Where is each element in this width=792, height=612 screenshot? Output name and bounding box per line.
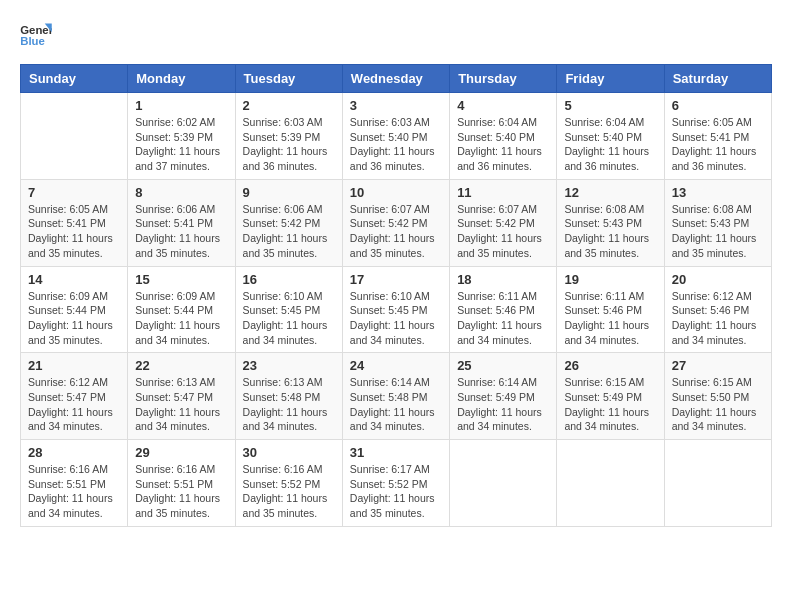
day-info: Sunrise: 6:04 AMSunset: 5:40 PMDaylight:… (564, 115, 656, 174)
day-number: 31 (350, 445, 442, 460)
calendar-header-row: SundayMondayTuesdayWednesdayThursdayFrid… (21, 65, 772, 93)
day-number: 7 (28, 185, 120, 200)
calendar-header-thursday: Thursday (450, 65, 557, 93)
calendar-cell: 31Sunrise: 6:17 AMSunset: 5:52 PMDayligh… (342, 440, 449, 527)
calendar-cell: 11Sunrise: 6:07 AMSunset: 5:42 PMDayligh… (450, 179, 557, 266)
calendar-cell: 1Sunrise: 6:02 AMSunset: 5:39 PMDaylight… (128, 93, 235, 180)
day-info: Sunrise: 6:03 AMSunset: 5:39 PMDaylight:… (243, 115, 335, 174)
day-info: Sunrise: 6:11 AMSunset: 5:46 PMDaylight:… (457, 289, 549, 348)
calendar-cell: 26Sunrise: 6:15 AMSunset: 5:49 PMDayligh… (557, 353, 664, 440)
calendar-cell: 7Sunrise: 6:05 AMSunset: 5:41 PMDaylight… (21, 179, 128, 266)
day-info: Sunrise: 6:06 AMSunset: 5:42 PMDaylight:… (243, 202, 335, 261)
day-info: Sunrise: 6:07 AMSunset: 5:42 PMDaylight:… (457, 202, 549, 261)
calendar-cell: 13Sunrise: 6:08 AMSunset: 5:43 PMDayligh… (664, 179, 771, 266)
day-number: 27 (672, 358, 764, 373)
day-info: Sunrise: 6:07 AMSunset: 5:42 PMDaylight:… (350, 202, 442, 261)
day-info: Sunrise: 6:12 AMSunset: 5:47 PMDaylight:… (28, 375, 120, 434)
day-info: Sunrise: 6:16 AMSunset: 5:51 PMDaylight:… (28, 462, 120, 521)
calendar-cell: 30Sunrise: 6:16 AMSunset: 5:52 PMDayligh… (235, 440, 342, 527)
day-number: 11 (457, 185, 549, 200)
day-number: 23 (243, 358, 335, 373)
calendar-cell: 17Sunrise: 6:10 AMSunset: 5:45 PMDayligh… (342, 266, 449, 353)
day-info: Sunrise: 6:03 AMSunset: 5:40 PMDaylight:… (350, 115, 442, 174)
calendar-cell: 2Sunrise: 6:03 AMSunset: 5:39 PMDaylight… (235, 93, 342, 180)
day-info: Sunrise: 6:16 AMSunset: 5:52 PMDaylight:… (243, 462, 335, 521)
day-number: 28 (28, 445, 120, 460)
calendar-cell: 15Sunrise: 6:09 AMSunset: 5:44 PMDayligh… (128, 266, 235, 353)
logo-icon: General Blue (20, 20, 52, 48)
day-number: 8 (135, 185, 227, 200)
day-info: Sunrise: 6:09 AMSunset: 5:44 PMDaylight:… (28, 289, 120, 348)
day-number: 18 (457, 272, 549, 287)
day-number: 4 (457, 98, 549, 113)
day-info: Sunrise: 6:10 AMSunset: 5:45 PMDaylight:… (243, 289, 335, 348)
day-info: Sunrise: 6:16 AMSunset: 5:51 PMDaylight:… (135, 462, 227, 521)
calendar-cell: 20Sunrise: 6:12 AMSunset: 5:46 PMDayligh… (664, 266, 771, 353)
day-number: 12 (564, 185, 656, 200)
calendar-cell: 25Sunrise: 6:14 AMSunset: 5:49 PMDayligh… (450, 353, 557, 440)
calendar-header-saturday: Saturday (664, 65, 771, 93)
calendar-cell: 9Sunrise: 6:06 AMSunset: 5:42 PMDaylight… (235, 179, 342, 266)
logo: General Blue (20, 20, 52, 48)
calendar-cell: 19Sunrise: 6:11 AMSunset: 5:46 PMDayligh… (557, 266, 664, 353)
day-info: Sunrise: 6:11 AMSunset: 5:46 PMDaylight:… (564, 289, 656, 348)
calendar-cell: 4Sunrise: 6:04 AMSunset: 5:40 PMDaylight… (450, 93, 557, 180)
page-header: General Blue (20, 20, 772, 48)
day-number: 25 (457, 358, 549, 373)
day-number: 10 (350, 185, 442, 200)
day-number: 16 (243, 272, 335, 287)
calendar-cell (557, 440, 664, 527)
day-number: 24 (350, 358, 442, 373)
day-info: Sunrise: 6:15 AMSunset: 5:49 PMDaylight:… (564, 375, 656, 434)
calendar-cell (450, 440, 557, 527)
calendar-cell: 6Sunrise: 6:05 AMSunset: 5:41 PMDaylight… (664, 93, 771, 180)
calendar-cell: 28Sunrise: 6:16 AMSunset: 5:51 PMDayligh… (21, 440, 128, 527)
day-info: Sunrise: 6:13 AMSunset: 5:47 PMDaylight:… (135, 375, 227, 434)
calendar-cell: 8Sunrise: 6:06 AMSunset: 5:41 PMDaylight… (128, 179, 235, 266)
calendar-header-wednesday: Wednesday (342, 65, 449, 93)
day-info: Sunrise: 6:13 AMSunset: 5:48 PMDaylight:… (243, 375, 335, 434)
day-number: 17 (350, 272, 442, 287)
day-number: 15 (135, 272, 227, 287)
calendar-cell (664, 440, 771, 527)
calendar-cell: 24Sunrise: 6:14 AMSunset: 5:48 PMDayligh… (342, 353, 449, 440)
calendar-week-row: 1Sunrise: 6:02 AMSunset: 5:39 PMDaylight… (21, 93, 772, 180)
calendar-cell: 23Sunrise: 6:13 AMSunset: 5:48 PMDayligh… (235, 353, 342, 440)
calendar-cell: 22Sunrise: 6:13 AMSunset: 5:47 PMDayligh… (128, 353, 235, 440)
day-info: Sunrise: 6:17 AMSunset: 5:52 PMDaylight:… (350, 462, 442, 521)
day-info: Sunrise: 6:14 AMSunset: 5:49 PMDaylight:… (457, 375, 549, 434)
calendar-cell: 3Sunrise: 6:03 AMSunset: 5:40 PMDaylight… (342, 93, 449, 180)
calendar-week-row: 14Sunrise: 6:09 AMSunset: 5:44 PMDayligh… (21, 266, 772, 353)
day-number: 21 (28, 358, 120, 373)
calendar-header-friday: Friday (557, 65, 664, 93)
calendar-cell: 16Sunrise: 6:10 AMSunset: 5:45 PMDayligh… (235, 266, 342, 353)
calendar-table: SundayMondayTuesdayWednesdayThursdayFrid… (20, 64, 772, 527)
day-number: 30 (243, 445, 335, 460)
day-number: 19 (564, 272, 656, 287)
day-info: Sunrise: 6:09 AMSunset: 5:44 PMDaylight:… (135, 289, 227, 348)
calendar-week-row: 28Sunrise: 6:16 AMSunset: 5:51 PMDayligh… (21, 440, 772, 527)
day-info: Sunrise: 6:04 AMSunset: 5:40 PMDaylight:… (457, 115, 549, 174)
calendar-cell: 5Sunrise: 6:04 AMSunset: 5:40 PMDaylight… (557, 93, 664, 180)
day-number: 22 (135, 358, 227, 373)
day-number: 14 (28, 272, 120, 287)
day-number: 1 (135, 98, 227, 113)
calendar-week-row: 21Sunrise: 6:12 AMSunset: 5:47 PMDayligh… (21, 353, 772, 440)
calendar-cell: 18Sunrise: 6:11 AMSunset: 5:46 PMDayligh… (450, 266, 557, 353)
day-info: Sunrise: 6:10 AMSunset: 5:45 PMDaylight:… (350, 289, 442, 348)
day-number: 26 (564, 358, 656, 373)
calendar-cell (21, 93, 128, 180)
day-info: Sunrise: 6:08 AMSunset: 5:43 PMDaylight:… (672, 202, 764, 261)
day-number: 2 (243, 98, 335, 113)
svg-text:Blue: Blue (20, 35, 45, 47)
day-info: Sunrise: 6:06 AMSunset: 5:41 PMDaylight:… (135, 202, 227, 261)
day-info: Sunrise: 6:15 AMSunset: 5:50 PMDaylight:… (672, 375, 764, 434)
calendar-cell: 27Sunrise: 6:15 AMSunset: 5:50 PMDayligh… (664, 353, 771, 440)
calendar-cell: 29Sunrise: 6:16 AMSunset: 5:51 PMDayligh… (128, 440, 235, 527)
day-info: Sunrise: 6:02 AMSunset: 5:39 PMDaylight:… (135, 115, 227, 174)
day-info: Sunrise: 6:08 AMSunset: 5:43 PMDaylight:… (564, 202, 656, 261)
day-number: 29 (135, 445, 227, 460)
calendar-header-sunday: Sunday (21, 65, 128, 93)
day-number: 5 (564, 98, 656, 113)
day-info: Sunrise: 6:05 AMSunset: 5:41 PMDaylight:… (672, 115, 764, 174)
